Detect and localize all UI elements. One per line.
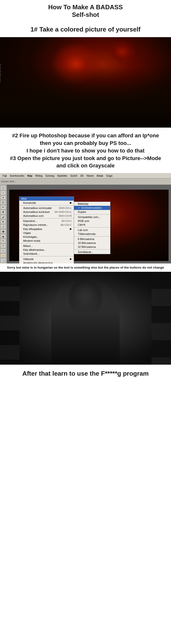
ps-submenu-32bit[interactable]: 32 Bit/csatorna (74, 245, 110, 249)
ps-menu-elforgatasa[interactable]: Kép elforgatása▶ (19, 227, 74, 231)
gray-photo-bg (0, 272, 171, 365)
ps-submenu-8bit[interactable]: 8 Bit/csatorna (74, 237, 110, 241)
ps-dropdown-menu: Mód Korrekciók▶ Automatikus színmyalatSh… (19, 196, 74, 264)
ps-submenu-duplex[interactable]: Duplex (74, 210, 110, 214)
ps-sub-sep-4 (74, 249, 110, 250)
watermark: VIA 9GAG.COM (0, 64, 1, 82)
ps-separator-2 (19, 218, 74, 218)
ps-sub-sep-3 (74, 236, 110, 236)
title-line1: How To Make A BADASS (48, 4, 123, 11)
afterthat-text: After that learn to use the F*****g prog… (7, 370, 164, 378)
ps-tool-crop[interactable]: ⊡ (0, 200, 6, 204)
sorry-note-text: Sorry but mine is in hungarian so the te… (7, 266, 164, 269)
gray-bars-left (0, 272, 20, 365)
ps-separator-1 (19, 205, 74, 206)
ps-tool-eyedrop[interactable]: ✒ (0, 205, 6, 210)
ps-menu-vagas[interactable]: Vágás (19, 231, 74, 235)
main-title: How To Make A BADASS Self-shot (15, 4, 156, 18)
ps-tool-brush[interactable]: 🖌 (0, 215, 6, 219)
ps-menu-nezet[interactable]: Nézet (85, 174, 95, 177)
ps-separator-4 (19, 256, 74, 256)
ps-menu-auto-szin[interactable]: Automatikus színmyalatShift+Ctrl+L (19, 206, 74, 210)
ps-tool-zoom[interactable]: 🔍 (0, 258, 6, 262)
header-section: How To Make A BADASS Self-shot (0, 0, 171, 21)
ps-menu-auto-kontraszt[interactable]: Automatikus kontrasztAlt+Shift+Ctrl+L (19, 210, 74, 214)
ps-tool-lasso[interactable]: ⌇ (0, 191, 6, 195)
title-line2: Self-shot (72, 11, 99, 18)
ps-menu-fajl[interactable]: Fájl (1, 174, 8, 177)
step1-text: 1# Take a colored picture of yourself (10, 26, 161, 34)
step1-section: 1# Take a colored picture of yourself (0, 21, 171, 37)
ps-toolbar: Screen shot... (0, 178, 171, 185)
ps-submenu-rgb[interactable]: RGB szín (74, 219, 110, 223)
ps-toolbar-label: Screen shot... (1, 180, 16, 183)
gray-figure (51, 279, 120, 365)
ps-tool-gradient[interactable]: ▦ (0, 229, 6, 234)
ps-menu-szamitasok[interactable]: Számítások... (19, 252, 74, 256)
ps-menu-kijololes[interactable]: Kijelölés (56, 174, 69, 177)
ps-tool-stamp[interactable]: ⊕ (0, 220, 6, 224)
ps-menu-rajzvaszon[interactable]: Rajzvászon mérete...Alt+Ctrl+C (19, 223, 74, 227)
ps-separator-3 (19, 243, 74, 244)
gray-bars-right (152, 272, 171, 365)
ps-sub-sep-1 (74, 214, 110, 214)
ps-tool-text[interactable]: T (0, 244, 6, 248)
ps-menu-masol[interactable]: Másol... (19, 244, 74, 248)
ps-tool-marquee[interactable]: ▢ (0, 186, 6, 190)
ps-menu-ablak[interactable]: Ablak (95, 174, 105, 177)
ps-menu-kep[interactable]: Kép (26, 174, 34, 177)
page-container: How To Make A BADASS Self-shot 1# Take a… (0, 0, 171, 383)
ps-menu-szoveg[interactable]: Szöveg (44, 174, 56, 177)
photoshop-screenshot: Fájl Szerkesztés Kép Réteg Szöveg Kijelö… (0, 173, 171, 264)
ps-menu-szerkesztes[interactable]: Szerkesztés (8, 174, 26, 177)
afterthat-section: After that learn to use the F*****g prog… (0, 365, 171, 383)
ps-submenu-16bit[interactable]: 16 Bit/csatorna (74, 241, 110, 245)
ps-sub-sep-2 (74, 227, 110, 228)
ps-submenu-tobbc[interactable]: Többcsatornás (74, 232, 110, 236)
color-photo: VIA 9GAG.COM (0, 37, 171, 128)
ps-menu-3d[interactable]: 3D (79, 174, 85, 177)
ps-submenu-bitterkep[interactable]: Bittérkép (74, 202, 110, 206)
ps-menu-reteg[interactable]: Réteg (34, 174, 44, 177)
sorry-note: Sorry but mine is in hungarian so the te… (0, 264, 171, 272)
gray-photo (0, 272, 171, 365)
ps-menu-sugo[interactable]: Súgó (105, 174, 114, 177)
ps-menu-auto-szin2[interactable]: Automatikus színShift+Ctrl+B (19, 214, 74, 218)
ps-tool-magic[interactable]: ✦ (0, 196, 6, 200)
ps-tool-heal[interactable]: ✚ (0, 210, 6, 214)
ps-tool-hand[interactable]: ✋ (0, 254, 6, 258)
ps-menu-adatkeszlet[interactable]: Adatkészlet alkalmazása... (19, 261, 74, 264)
ps-menu-mindent[interactable]: Mindent mutat (19, 239, 74, 243)
ps-submenu-szintblazat[interactable]: Szintblázat... (74, 250, 110, 254)
color-photo-bg (0, 37, 171, 128)
ps-menu-kep-alkalmaz[interactable]: Kép alkalmazása... (19, 248, 74, 252)
ps-dropdown-header: Mód (19, 197, 74, 201)
ps-menu-korulvagas[interactable]: Körülvágás... (19, 235, 74, 239)
blood-splatter-2 (108, 40, 137, 64)
ps-submenu-szinpaletta[interactable]: Színpalettás szín... (74, 215, 110, 219)
ps-menu-valtozok[interactable]: Változók▶ (19, 257, 74, 261)
ps-submenu-szurkearnyalatos[interactable]: ✓Szürkeárnyalatos (74, 206, 110, 210)
step23-text: #2 Fire up Photoshop because if you can … (7, 132, 164, 170)
ps-canvas-area: Mód Korrekciók▶ Automatikus színmyalatSh… (7, 185, 171, 264)
ps-submenu-lab[interactable]: Lab szín (74, 228, 110, 232)
ps-tool-dodge[interactable]: ◒ (0, 234, 6, 238)
step23-section: #2 Fire up Photoshop because if you can … (0, 128, 171, 173)
ps-menu-szuro[interactable]: Szűrő (69, 174, 79, 177)
ps-tool-eraser[interactable]: ◻ (0, 224, 6, 229)
dark-figure (0, 66, 171, 128)
ps-tool-pen[interactable]: ✎ (0, 239, 6, 243)
ps-submenu: Bittérkép ✓Szürkeárnyalatos Duplex Színp… (74, 202, 110, 254)
ps-menu-kepmerete[interactable]: Képméret...Alt+Ctrl+I (19, 219, 74, 223)
ps-tool-shape[interactable]: ◇ (0, 248, 6, 253)
ps-main-area: ▢ ⌇ ✦ ⊡ ✒ ✚ 🖌 ⊕ ◻ ▦ ◒ ✎ T ◇ ✋ 🔍 (0, 185, 171, 264)
ps-submenu-cmyk[interactable]: CMYK (74, 223, 110, 227)
ps-tools-panel: ▢ ⌇ ✦ ⊡ ✒ ✚ 🖌 ⊕ ◻ ▦ ◒ ✎ T ◇ ✋ 🔍 (0, 185, 7, 264)
ps-menu-korrekcio[interactable]: Korrekciók▶ (19, 201, 74, 205)
ps-menubar: Fájl Szerkesztés Kép Réteg Szöveg Kijelö… (0, 173, 171, 178)
